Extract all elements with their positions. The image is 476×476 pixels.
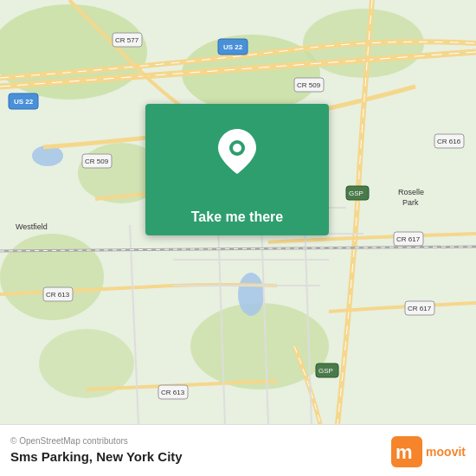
- svg-text:CR 616: CR 616: [437, 138, 461, 145]
- svg-text:GSP: GSP: [349, 190, 363, 197]
- place-name: Sms Parking, New York City: [10, 449, 183, 464]
- svg-point-9: [238, 273, 264, 316]
- place-info: Sms Parking, New York City: [10, 449, 183, 465]
- map-container: US 22 US 22 CR 577 CR 509 CR 509 CR 616 …: [0, 0, 476, 424]
- svg-text:US 22: US 22: [223, 43, 243, 51]
- svg-text:Park: Park: [402, 198, 419, 207]
- svg-text:US 22: US 22: [14, 98, 34, 106]
- popup-card: Take me there: [145, 104, 329, 235]
- svg-text:GSP: GSP: [318, 367, 333, 375]
- moovit-icon: m: [391, 436, 422, 467]
- popup-header: [145, 104, 329, 199]
- moovit-text: moovit: [426, 445, 466, 459]
- svg-point-5: [0, 234, 104, 320]
- svg-text:Roselle: Roselle: [398, 188, 424, 196]
- svg-text:CR 613: CR 613: [46, 291, 70, 299]
- svg-text:Westfield: Westfield: [16, 222, 48, 231]
- bottom-bar: © OpenStreetMap contributors Sms Parking…: [0, 424, 476, 476]
- location-pin-icon: [218, 129, 256, 174]
- take-me-there-button[interactable]: Take me there: [145, 199, 329, 235]
- svg-point-52: [233, 144, 241, 152]
- svg-text:CR 613: CR 613: [161, 389, 185, 396]
- svg-text:m: m: [396, 441, 413, 463]
- svg-text:CR 617: CR 617: [396, 235, 421, 243]
- svg-text:CR 509: CR 509: [297, 81, 321, 89]
- svg-text:CR 509: CR 509: [85, 158, 109, 165]
- moovit-logo: m moovit: [391, 436, 466, 467]
- svg-text:CR 617: CR 617: [408, 305, 432, 312]
- svg-text:CR 577: CR 577: [115, 36, 139, 44]
